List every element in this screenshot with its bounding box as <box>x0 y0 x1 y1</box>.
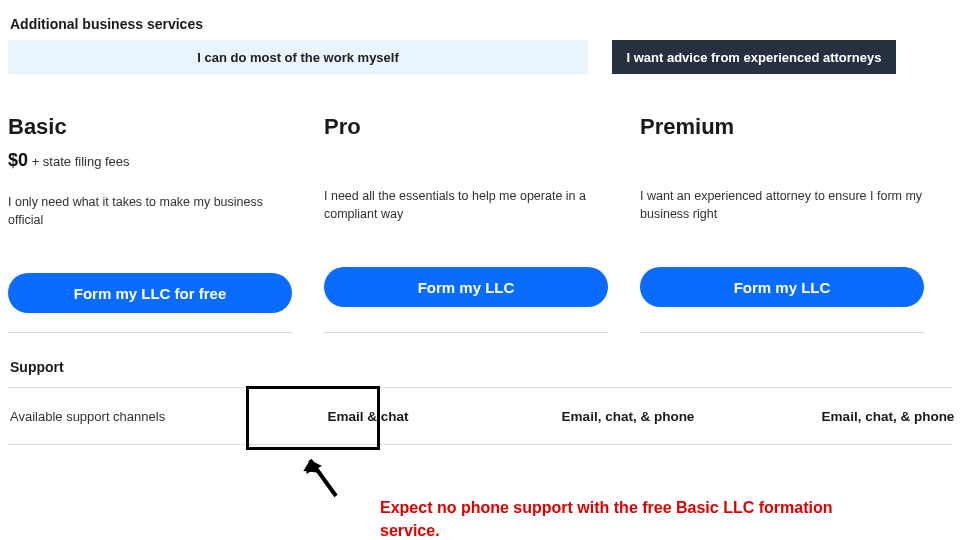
page-root: Additional business services I can do mo… <box>0 16 960 445</box>
plan-desc-basic: I only need what it takes to make my bus… <box>8 193 292 237</box>
support-feature-label: Available support channels <box>8 409 258 424</box>
plan-price-pro <box>324 150 608 165</box>
support-value-basic: Email & chat <box>258 409 478 424</box>
plan-price-premium <box>640 150 924 165</box>
plan-title-pro: Pro <box>324 114 608 140</box>
plan-desc-premium: I want an experienced attorney to ensure… <box>640 187 924 231</box>
plan-price-basic: $0 + state filing fees <box>8 150 292 171</box>
plan-pro: Pro I need all the essentials to help me… <box>324 114 608 313</box>
svg-marker-2 <box>301 458 322 479</box>
form-llc-premium-button[interactable]: Form my LLC <box>640 267 924 307</box>
form-llc-pro-button[interactable]: Form my LLC <box>324 267 608 307</box>
plan-premium: Premium I want an experienced attorney t… <box>640 114 924 313</box>
plans-row: Basic $0 + state filing fees I only need… <box>8 114 952 313</box>
plan-title-basic: Basic <box>8 114 292 140</box>
plan-divider-row <box>8 331 952 333</box>
plan-price-suffix: + state filing fees <box>28 154 130 169</box>
annotation-arrow-icon <box>296 446 346 506</box>
support-section-label: Support <box>10 359 952 375</box>
plan-price-amount: $0 <box>8 150 28 170</box>
svg-line-0 <box>310 460 336 496</box>
support-feature-row: Available support channels Email & chat … <box>8 388 952 445</box>
plan-desc-pro: I need all the essentials to help me ope… <box>324 187 608 231</box>
svg-marker-1 <box>306 460 322 474</box>
support-value-premium: Email, chat, & phone <box>778 409 960 424</box>
section-title: Additional business services <box>10 16 952 32</box>
banner-attorney: I want advice from experienced attorneys <box>612 40 896 74</box>
annotation-text: Expect no phone support with the free Ba… <box>380 496 880 540</box>
plan-basic: Basic $0 + state filing fees I only need… <box>8 114 292 313</box>
banner-row: I can do most of the work myself I want … <box>8 40 952 74</box>
support-value-pro: Email, chat, & phone <box>518 409 738 424</box>
plan-title-premium: Premium <box>640 114 924 140</box>
form-llc-basic-button[interactable]: Form my LLC for free <box>8 273 292 313</box>
banner-self-serve: I can do most of the work myself <box>8 40 588 74</box>
